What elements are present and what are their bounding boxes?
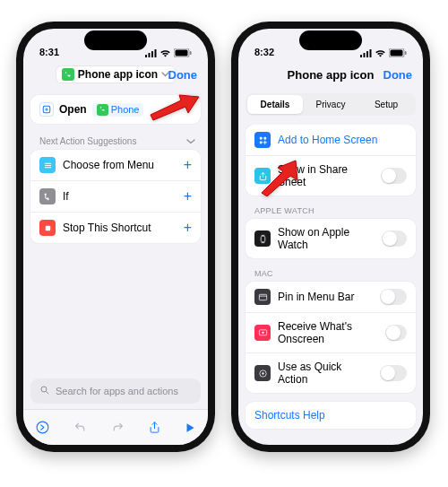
- undo-icon[interactable]: [73, 420, 88, 435]
- apple-watch-icon: [254, 230, 271, 247]
- svg-rect-12: [364, 53, 366, 57]
- shortcuts-help-row[interactable]: Shortcuts Help: [246, 402, 416, 429]
- tab-privacy[interactable]: Privacy: [303, 95, 358, 114]
- search-input[interactable]: Search for apps and actions: [30, 378, 201, 404]
- search-placeholder: Search for apps and actions: [56, 386, 178, 396]
- row-label: Add to Home Screen: [278, 134, 377, 146]
- mac-list: Pin in Menu Bar Receive What's Onscreen …: [246, 282, 416, 393]
- bottom-toolbar: [23, 409, 208, 445]
- pin-menubar-row[interactable]: Pin in Menu Bar: [246, 282, 416, 313]
- shortcut-title-chip[interactable]: Phone app icon: [56, 65, 176, 83]
- receive-onscreen-row[interactable]: Receive What's Onscreen: [246, 313, 416, 353]
- phone-right: 8:32 Phone app icon Done Details Privacy…: [231, 22, 430, 452]
- phone-app-pill[interactable]: Phone: [92, 103, 144, 117]
- svg-point-9: [41, 387, 47, 392]
- show-in-share-sheet-row[interactable]: Show in Share Sheet: [246, 156, 416, 196]
- toggle[interactable]: [380, 289, 407, 305]
- svg-rect-22: [259, 294, 266, 300]
- row-label: Show in Share Sheet: [278, 163, 374, 188]
- phone-app-label: Phone: [111, 104, 140, 115]
- add-to-home-screen-row[interactable]: Add to Home Screen: [246, 125, 416, 156]
- row-label: Pin in Menu Bar: [278, 291, 354, 303]
- tab-details[interactable]: Details: [247, 95, 303, 114]
- navbar-title: Phone app icon: [78, 68, 158, 81]
- svg-rect-2: [151, 51, 153, 57]
- group-label-mac: MAC: [246, 260, 416, 282]
- menubar-icon: [254, 289, 271, 305]
- if-icon: [39, 188, 56, 204]
- stop-icon: [39, 220, 56, 236]
- phone-left: 8:31 Phone app icon Done Open Phone: [16, 22, 215, 452]
- show-on-apple-watch-row[interactable]: Show on Apple Watch: [246, 219, 416, 258]
- navbar: Phone app icon Done: [23, 59, 208, 90]
- suggestion-row[interactable]: If +: [30, 181, 201, 213]
- tab-setup[interactable]: Setup: [358, 95, 414, 114]
- svg-rect-17: [405, 51, 407, 55]
- done-button[interactable]: Done: [383, 68, 413, 82]
- svg-point-26: [262, 372, 263, 374]
- open-label: Open: [59, 103, 87, 116]
- svg-rect-16: [391, 50, 403, 57]
- signal-icon: [360, 49, 372, 57]
- shortcuts-icon[interactable]: [35, 420, 50, 435]
- svg-rect-5: [176, 50, 188, 57]
- navbar: Phone app icon Done: [238, 59, 423, 90]
- svg-rect-6: [190, 51, 192, 55]
- svg-rect-19: [263, 136, 266, 139]
- plus-icon[interactable]: +: [184, 188, 192, 204]
- svg-point-10: [37, 422, 48, 433]
- plus-icon[interactable]: +: [184, 220, 192, 236]
- suggestions-header: Next Action Suggestions: [30, 133, 201, 150]
- suggestions-list: Choose from Menu + If + Stop This Shortc…: [30, 150, 201, 243]
- svg-rect-14: [370, 49, 372, 57]
- row-label: Use as Quick Action: [278, 361, 373, 386]
- help-list: Shortcuts Help: [246, 402, 416, 429]
- row-label: Show on Apple Watch: [278, 226, 375, 251]
- open-action-card[interactable]: Open Phone: [30, 95, 201, 124]
- svg-point-24: [262, 331, 263, 333]
- phone-app-icon: [62, 68, 74, 81]
- status-time: 8:31: [39, 47, 59, 57]
- svg-rect-1: [149, 53, 151, 57]
- open-icon: [39, 102, 54, 117]
- share-sheet-icon: [254, 168, 271, 184]
- row-label: Shortcuts Help: [254, 409, 325, 422]
- chevron-down-icon[interactable]: [186, 139, 195, 144]
- toggle[interactable]: [382, 230, 407, 247]
- svg-rect-18: [259, 136, 262, 139]
- done-button[interactable]: Done: [168, 68, 198, 82]
- dynamic-island: [84, 30, 147, 50]
- svg-rect-20: [259, 141, 262, 143]
- row-label: Receive What's Onscreen: [278, 320, 378, 345]
- signal-icon: [145, 49, 157, 57]
- svg-rect-11: [360, 55, 362, 57]
- navbar-title: Phone app icon: [288, 68, 375, 82]
- svg-rect-21: [261, 236, 265, 241]
- share-icon[interactable]: [148, 420, 161, 435]
- suggestion-label: Stop This Shortcut: [63, 222, 151, 234]
- redo-icon[interactable]: [110, 420, 125, 435]
- svg-rect-0: [145, 55, 147, 57]
- toggle[interactable]: [380, 365, 407, 381]
- quick-action-row[interactable]: Use as Quick Action: [246, 353, 416, 393]
- wifi-icon: [159, 49, 171, 57]
- suggestion-label: Choose from Menu: [63, 159, 154, 171]
- main-options-list: Add to Home Screen Show in Share Sheet: [246, 125, 416, 196]
- segmented-tabs: Details Privacy Setup: [246, 93, 416, 116]
- svg-rect-13: [366, 51, 368, 57]
- suggestion-row[interactable]: Stop This Shortcut +: [30, 213, 201, 243]
- toggle[interactable]: [381, 168, 407, 184]
- svg-rect-3: [155, 49, 157, 57]
- play-icon[interactable]: [184, 422, 196, 434]
- home-screen-icon: [254, 132, 271, 148]
- plus-icon[interactable]: +: [184, 157, 192, 173]
- onscreen-icon: [254, 325, 271, 341]
- toggle[interactable]: [385, 325, 407, 341]
- quick-action-icon: [254, 365, 271, 381]
- battery-icon: [174, 48, 192, 57]
- svg-rect-8: [45, 225, 50, 230]
- phone-icon: [97, 104, 108, 116]
- suggestion-label: If: [63, 190, 69, 203]
- suggestion-row[interactable]: Choose from Menu +: [30, 150, 201, 181]
- watch-list: Show on Apple Watch: [246, 219, 416, 258]
